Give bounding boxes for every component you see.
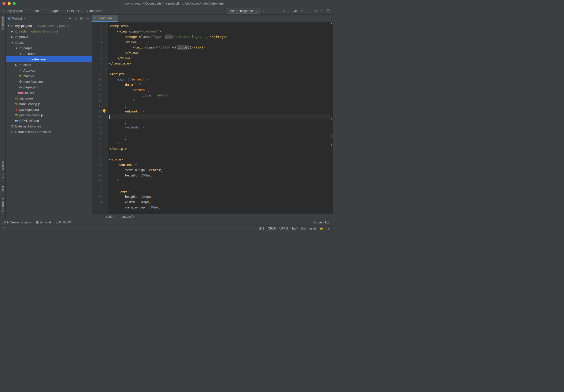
breadcrumb: 🗀 my-project 〉 🗀 src 〉 🗀 pages 〉 🗀 index… (2, 8, 227, 13)
tree-node-gitignore[interactable]: ▤ .gitignore (6, 95, 92, 101)
tree-node-readme[interactable]: MD README.md (6, 118, 92, 123)
tree-node-public[interactable]: ▶🗀 public (6, 34, 92, 40)
markdown-icon: MD (15, 120, 19, 122)
close-window-button[interactable] (3, 2, 6, 5)
dropdown-icon[interactable]: ▼ (23, 17, 25, 20)
chevron-right-icon: 〉 (61, 9, 65, 13)
todo-tool-tab[interactable]: ☰ 6: TODO6: TODO (55, 221, 71, 224)
tree-node-index-vue[interactable]: V index.vue (6, 56, 92, 62)
breadcrumb-item-root[interactable]: 🗀 my-project (2, 8, 24, 13)
js-icon: JS (15, 103, 18, 105)
search-everywhere-icon[interactable] (326, 9, 331, 13)
navigation-bar: 🗀 my-project 〉 🗀 src 〉 🗀 pages 〉 🗀 index… (0, 7, 333, 15)
folder-icon: 🗀 (30, 9, 34, 13)
project-tool-tab[interactable]: 1: Project (1, 16, 5, 30)
minimize-window-button[interactable] (8, 2, 11, 5)
chevron-right-icon: 〉 (116, 214, 119, 219)
svg-point-0 (327, 9, 329, 12)
tool-windows-icon[interactable]: ◫ (3, 227, 5, 230)
status-lock-icon[interactable]: 🔒 (320, 227, 323, 230)
add-configuration-button[interactable]: Add Configuration... (227, 8, 260, 14)
tree-node-src[interactable]: ▼🗀 src (6, 40, 92, 45)
status-git-branch[interactable]: Git: master (301, 227, 316, 230)
hide-panel-icon[interactable]: — (86, 17, 90, 21)
event-log-tool-tab[interactable]: ◌ Event Log (313, 221, 330, 224)
breadcrumb-item-src[interactable]: 🗀 src (29, 8, 40, 13)
tree-node-babel[interactable]: JS babel.config.js (6, 101, 92, 107)
version-control-tool-tab[interactable]: ⎇ 9: 9: Version ControlVersion Control (3, 221, 31, 224)
maximize-window-button[interactable] (13, 2, 16, 5)
window-title: my-project [~/Downloads/my-project] - ..… (19, 2, 330, 5)
tree-node-index-dir[interactable]: ▼🗀 index (6, 51, 92, 56)
tree-node-main-js[interactable]: JS main.js (6, 73, 92, 79)
tree-node-node-modules[interactable]: ▶🗀 node_modules library root (6, 28, 92, 34)
code-area[interactable]: <template> <view class="content"> <image… (108, 22, 330, 214)
status-bar: ◫ 18:1 CRLF UTF-8 Tab* Git: master 🔒 ☻ (0, 225, 333, 231)
npm-icon: ⬢ (14, 108, 19, 111)
collapse-all-icon[interactable]: ⇊ (74, 17, 78, 21)
fold-gutter[interactable]: ⊟⊟⊟⊡⊡⊡⊟⊟⊟⊟⊡⊡⊟⊡⊟⊡⊡⊡⊟⊟⊡⊟ (105, 22, 108, 214)
tree-node-manifest[interactable]: ⚙ manifest.json (6, 79, 92, 84)
tree-node-pages-json[interactable]: ⚙ pages.json (6, 84, 92, 90)
npm-tool-tab[interactable]: npm (1, 185, 5, 193)
tree-node-app-vue[interactable]: V App.vue (6, 68, 92, 73)
revert-icon[interactable]: ↶ (320, 9, 324, 13)
folder-icon: 🗀 (67, 9, 70, 13)
project-tree[interactable]: ▼🗀 my-project ~/Downloads/my-project ▶🗀 … (6, 22, 92, 219)
debug-icon[interactable]: ⌁ (268, 9, 273, 13)
project-view-icon: ▣ (8, 17, 11, 20)
folder-icon: 🗀 (22, 52, 27, 56)
project-panel-title[interactable]: Project (12, 17, 22, 20)
error-stripe[interactable] (330, 22, 333, 214)
status-inspector-icon[interactable]: ☻ (327, 227, 330, 230)
tree-node-root[interactable]: ▼🗀 my-project ~/Downloads/my-project (6, 23, 92, 28)
status-encoding[interactable]: UTF-8 (279, 227, 288, 230)
window-controls (3, 2, 16, 5)
intention-bulb-icon[interactable]: 💡 (102, 109, 106, 114)
chevron-right-icon: 〉 (41, 9, 44, 13)
editor-crumb-script[interactable]: script (106, 215, 113, 218)
status-indent[interactable]: Tab* (292, 227, 298, 230)
editor-area: V index.vue × 12345678910111213141516171… (92, 15, 333, 219)
status-line-separator[interactable]: CRLF (268, 227, 276, 230)
folder-icon: 🗀 (46, 9, 49, 13)
stop-icon[interactable]: ■ (281, 9, 286, 13)
editor-breadcrumbs[interactable]: script 〉 onLoad() (92, 214, 333, 219)
breadcrumb-item-index[interactable]: 🗀 index (66, 8, 80, 13)
tree-node-postcss[interactable]: JS postcss.config.js (6, 112, 92, 118)
tree-node-static[interactable]: ▶🗀 static (6, 62, 92, 68)
folder-icon: 🗀 (14, 29, 19, 33)
terminal-tool-tab[interactable]: ▣ Terminal (36, 221, 51, 224)
js-icon: JS (15, 114, 18, 116)
editor-tab-index-vue[interactable]: V index.vue × (92, 15, 118, 22)
locate-icon[interactable]: ✦ (69, 17, 73, 21)
vue-icon: V (20, 69, 21, 72)
tree-node-package[interactable]: ⬢ package.json (6, 107, 92, 112)
tree-node-external-libraries[interactable]: 𝌆 External Libraries (6, 123, 92, 129)
editor-body[interactable]: 1234567891011121314151617181920212223242… (92, 22, 333, 214)
tree-node-scratches[interactable]: ⎘ Scratches and Consoles (6, 129, 92, 135)
vue-icon: V (28, 58, 29, 61)
run-icon[interactable]: ▶ (262, 9, 266, 13)
breadcrumb-item-pages[interactable]: 🗀 pages (45, 8, 60, 13)
tree-node-uni-scss[interactable]: SASS uni.scss (6, 90, 92, 95)
folder-icon: 🗀 (18, 63, 23, 67)
libraries-icon: 𝌆 (10, 124, 15, 128)
coverage-icon[interactable]: ⭳ (275, 9, 279, 13)
structure-tool-tab[interactable]: 7: Structure (1, 197, 5, 214)
editor-crumb-onload[interactable]: onLoad() (122, 215, 134, 218)
history-icon[interactable]: ◷ (313, 9, 318, 13)
toolbar-right: Add Configuration... ▶ ⌁ ⭳ ■ | Git: ↙ ✓ … (227, 8, 331, 14)
file-icon: ▤ (14, 96, 19, 100)
left-tool-strip: 1: Project ★ 2: Favorites npm 7: Structu… (0, 15, 6, 219)
favorites-tool-tab[interactable]: ★ 2: Favorites (1, 159, 5, 181)
settings-icon[interactable]: ✿ (80, 17, 84, 21)
update-project-icon[interactable]: ↙ (300, 9, 304, 13)
folder-icon: 🗀 (14, 35, 19, 39)
status-caret-position[interactable]: 18:1 (258, 227, 264, 230)
close-tab-icon[interactable]: × (113, 17, 115, 20)
tree-node-pages[interactable]: ▼🗀 pages (6, 45, 92, 51)
breadcrumb-item-file[interactable]: V index.vue (86, 8, 105, 13)
json-icon: ⚙ (18, 80, 23, 84)
commit-icon[interactable]: ✓ (306, 9, 311, 13)
